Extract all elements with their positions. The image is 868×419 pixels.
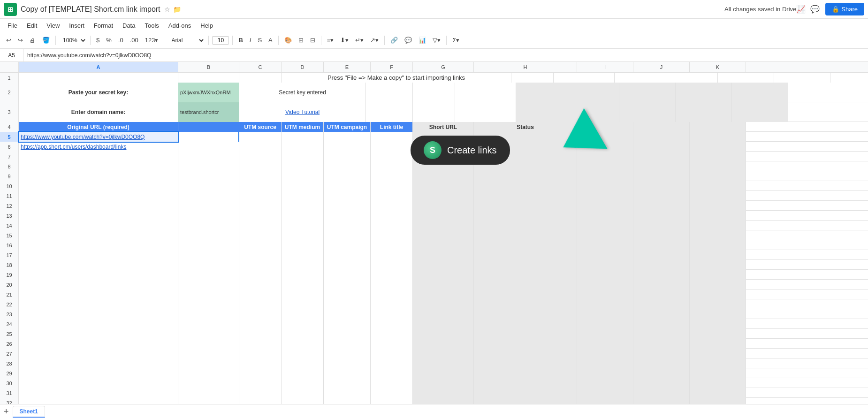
cell-i3[interactable] — [619, 102, 676, 122]
cell-d5[interactable] — [282, 132, 324, 142]
cell-empty[interactable] — [633, 201, 690, 211]
cell-empty[interactable] — [474, 191, 577, 201]
redo-button[interactable]: ↪ — [15, 35, 25, 45]
fill-color-button[interactable]: 🎨 — [282, 35, 294, 45]
cell-empty[interactable] — [577, 161, 633, 171]
menu-addons[interactable]: Add-ons — [165, 21, 195, 30]
format-currency-button[interactable]: $ — [94, 35, 102, 45]
cell-empty[interactable] — [474, 201, 577, 211]
chart-icon[interactable]: 📈 — [796, 5, 806, 14]
cell-empty[interactable] — [690, 378, 746, 388]
cell-empty[interactable] — [577, 171, 633, 181]
cell-empty[interactable] — [474, 349, 577, 358]
cell-empty[interactable] — [19, 319, 178, 329]
cell-empty[interactable] — [474, 250, 577, 260]
cell-empty[interactable] — [239, 221, 282, 230]
menu-format[interactable]: Format — [90, 21, 117, 30]
cell-f6[interactable] — [371, 142, 413, 152]
text-rotate-button[interactable]: ↗▾ — [368, 35, 381, 45]
cell-empty[interactable] — [282, 378, 324, 388]
cell-empty[interactable] — [324, 260, 371, 270]
cell-empty[interactable] — [577, 388, 633, 398]
cell-empty[interactable] — [633, 171, 690, 181]
cell-empty[interactable] — [474, 378, 577, 388]
vertical-align-button[interactable]: ⬇▾ — [338, 35, 351, 45]
cell-empty[interactable] — [239, 309, 282, 319]
cell-empty[interactable] — [19, 349, 178, 358]
cell-empty[interactable] — [413, 378, 474, 388]
cell-i2[interactable] — [619, 83, 676, 102]
menu-data[interactable]: Data — [119, 21, 139, 30]
cell-empty[interactable] — [690, 260, 746, 270]
cell-f2[interactable] — [413, 83, 455, 102]
cell-empty[interactable] — [371, 191, 413, 201]
functions-button[interactable]: Σ▾ — [450, 35, 462, 45]
cell-empty[interactable] — [239, 250, 282, 260]
col-header-b[interactable]: B — [178, 62, 239, 72]
col-header-g[interactable]: G — [413, 62, 474, 72]
cell-empty[interactable] — [19, 388, 178, 398]
cell-empty[interactable] — [178, 349, 239, 358]
cell-empty[interactable] — [371, 152, 413, 161]
cell-empty[interactable] — [633, 211, 690, 221]
cell-j2[interactable] — [676, 83, 732, 102]
cell-empty[interactable] — [178, 388, 239, 398]
cell-empty[interactable] — [371, 161, 413, 171]
cell-empty[interactable] — [371, 201, 413, 211]
cell-empty[interactable] — [282, 250, 324, 260]
cell-empty[interactable] — [413, 181, 474, 191]
cell-empty[interactable] — [633, 358, 690, 368]
cell-a4-header[interactable]: Original URL (required) — [19, 122, 178, 132]
cell-j3[interactable] — [676, 102, 732, 122]
cell-empty[interactable] — [474, 329, 577, 339]
cell-empty[interactable] — [371, 388, 413, 398]
cell-empty[interactable] — [178, 152, 239, 161]
cell-empty[interactable] — [282, 230, 324, 240]
cell-j1[interactable] — [774, 73, 830, 83]
cell-empty[interactable] — [282, 171, 324, 181]
cell-empty[interactable] — [282, 280, 324, 289]
menu-insert[interactable]: Insert — [65, 21, 88, 30]
cell-empty[interactable] — [324, 378, 371, 388]
cell-empty[interactable] — [577, 339, 633, 349]
cell-empty[interactable] — [282, 349, 324, 358]
cell-empty[interactable] — [633, 339, 690, 349]
font-family-select[interactable]: Arial — [168, 36, 205, 45]
merge-cells-button[interactable]: ⊟ — [308, 35, 318, 45]
cell-empty[interactable] — [413, 250, 474, 260]
cell-empty[interactable] — [178, 221, 239, 230]
cell-empty[interactable] — [178, 250, 239, 260]
cell-empty[interactable] — [413, 191, 474, 201]
col-header-e[interactable]: E — [324, 62, 371, 72]
cell-empty[interactable] — [19, 270, 178, 280]
cell-empty[interactable] — [282, 260, 324, 270]
cell-d6[interactable] — [282, 142, 324, 152]
cell-empty[interactable] — [413, 270, 474, 280]
cell-empty[interactable] — [690, 368, 746, 378]
cell-empty[interactable] — [239, 378, 282, 388]
cell-empty[interactable] — [282, 221, 324, 230]
col-header-a[interactable]: A — [19, 62, 178, 72]
cell-empty[interactable] — [577, 378, 633, 388]
cell-empty[interactable] — [633, 250, 690, 260]
cell-empty[interactable] — [371, 280, 413, 289]
cell-k1[interactable] — [830, 73, 868, 83]
cell-empty[interactable] — [178, 358, 239, 368]
cell-empty[interactable] — [239, 181, 282, 191]
cell-empty[interactable] — [178, 171, 239, 181]
cell-empty[interactable] — [324, 349, 371, 358]
cell-empty[interactable] — [282, 309, 324, 319]
cell-empty[interactable] — [633, 349, 690, 358]
cell-empty[interactable] — [577, 349, 633, 358]
cell-empty[interactable] — [324, 171, 371, 181]
cell-empty[interactable] — [577, 289, 633, 299]
cell-empty[interactable] — [690, 250, 746, 260]
cell-empty[interactable] — [577, 201, 633, 211]
cell-empty[interactable] — [371, 181, 413, 191]
cell-empty[interactable] — [178, 181, 239, 191]
format-decimal-less-button[interactable]: .0 — [116, 35, 126, 45]
cell-empty[interactable] — [633, 221, 690, 230]
cell-empty[interactable] — [239, 388, 282, 398]
cell-e5[interactable] — [324, 132, 371, 142]
cell-empty[interactable] — [413, 329, 474, 339]
